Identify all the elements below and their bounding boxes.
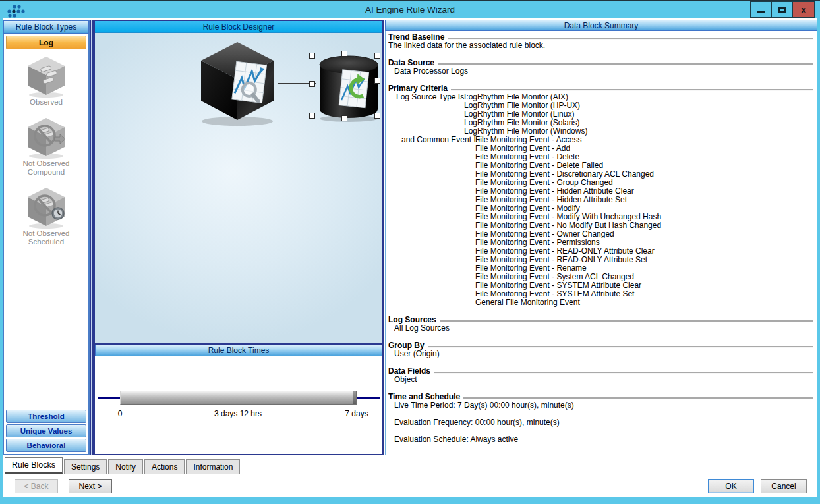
wizard-body: Rule Block Types Log Observed — [3, 18, 817, 497]
section-trend-baseline: Trend Baseline The linked data for the a… — [388, 33, 813, 50]
selection-handle-bottom-left[interactable] — [309, 113, 315, 119]
category-button-behavioral[interactable]: Behavioral — [6, 439, 86, 452]
data-block-summary-panel: Data Block Summary Trend Baseline The li… — [385, 20, 817, 455]
rule-block-times-panel: 0 3 days 12 hrs 7 days — [95, 356, 382, 454]
rule-block-type-label: Not Observed — [23, 159, 70, 168]
section-text: The linked data for the associated rule … — [388, 42, 813, 50]
selection-handle-bottom-right[interactable] — [374, 113, 380, 119]
maximize-button[interactable] — [772, 2, 793, 17]
rule-block-type-label-line2: Compound — [28, 168, 65, 177]
heading-rule — [463, 397, 813, 399]
rule-block-types-header: Rule Block Types — [3, 20, 89, 34]
category-button-unique-values[interactable]: Unique Values — [6, 424, 86, 437]
heading-rule — [448, 38, 813, 39]
ok-button[interactable]: OK — [708, 479, 754, 493]
log-observed-block-cube-icon[interactable] — [197, 41, 278, 126]
log-source-type-criteria: Log Source Type Is : LogRhythm File Moni… — [396, 93, 813, 136]
section-text: Object — [394, 376, 813, 384]
minimize-icon — [757, 11, 765, 13]
heading-rule — [440, 320, 813, 322]
section-text: Data Processor Logs — [394, 67, 813, 76]
rule-block-types-panel: Rule Block Types Log Observed — [3, 20, 90, 455]
evaluation-schedule: Evaluation Schedule: Always active — [394, 435, 813, 444]
not-observed-scheduled-cube-icon — [26, 186, 67, 229]
selection-handle-bottom-center[interactable] — [341, 115, 347, 121]
section-group-by: Group By User (Origin) — [388, 341, 813, 358]
rule-block-type-observed[interactable]: Observed — [4, 55, 88, 107]
next-button[interactable]: Next > — [69, 479, 112, 493]
selection-handle-mid-right[interactable] — [374, 78, 380, 84]
rule-block-designer-canvas[interactable] — [95, 33, 382, 343]
rule-block-type-not-observed-compound[interactable]: Not Observed Compound — [4, 116, 88, 177]
section-text: All Log Sources — [394, 324, 813, 333]
wizard-tab-strip: Rule Blocks Settings Notify Actions Info… — [5, 457, 241, 474]
cancel-button[interactable]: Cancel — [761, 479, 807, 493]
tab-information[interactable]: Information — [186, 459, 240, 474]
selection-handle-mid-left[interactable] — [309, 81, 315, 87]
common-event-value: General File Monitoring Event — [475, 298, 661, 307]
criteria-label: Log Source Type Is : — [396, 93, 464, 101]
selection-handle-top-right[interactable] — [374, 53, 380, 59]
rule-block-designer-header: Rule Block Designer — [95, 21, 382, 33]
minimize-button[interactable] — [751, 2, 772, 17]
heading-rule — [438, 63, 813, 65]
rule-block-type-label: Not Observed — [23, 229, 70, 238]
rule-block-type-label-line2: Scheduled — [28, 238, 64, 246]
selection-handle-top-left[interactable] — [309, 53, 315, 59]
criteria-values: LogRhythm File Monitor (AIX) LogRhythm F… — [464, 93, 587, 136]
section-text: User (Origin) — [394, 350, 813, 358]
common-event-criteria: and Common Event Is : File Monitoring Ev… — [401, 136, 813, 307]
close-button[interactable]: x — [793, 2, 814, 17]
observed-cube-icon — [26, 55, 67, 98]
section-primary-criteria: Primary Criteria Log Source Type Is : Lo… — [388, 84, 813, 307]
data-block-summary-header: Data Block Summary — [385, 20, 817, 31]
time-tick-end: 7 days — [345, 409, 368, 418]
selection-handle-top-center[interactable] — [341, 51, 347, 57]
log-category-button[interactable]: Log — [6, 36, 86, 49]
rule-block-times-header: Rule Block Times — [95, 345, 382, 356]
rule-block-category-buttons: Threshold Unique Values Behavioral — [5, 408, 88, 453]
window-controls: x — [750, 1, 815, 18]
heading-rule — [451, 89, 813, 90]
tab-settings[interactable]: Settings — [64, 459, 107, 474]
criteria-values: File Monitoring Event - Access File Moni… — [475, 136, 661, 307]
tab-notify[interactable]: Notify — [108, 459, 143, 474]
designer-column: Rule Block Designer — [94, 20, 384, 455]
section-data-fields: Data Fields Object — [388, 367, 813, 384]
section-time-and-schedule: Time and Schedule Live Time Period: 7 Da… — [388, 393, 813, 444]
trend-baseline-data-cylinder-icon[interactable] — [318, 54, 380, 123]
maximize-icon — [778, 7, 786, 13]
criteria-label: and Common Event Is : — [401, 136, 475, 144]
section-log-sources: Log Sources All Log Sources — [388, 316, 813, 333]
heading-rule — [428, 346, 813, 347]
tab-rule-blocks[interactable]: Rule Blocks — [5, 457, 63, 474]
data-block-summary-body: Trend Baseline The linked data for the a… — [386, 31, 817, 444]
time-tick-middle: 3 days 12 hrs — [214, 409, 262, 418]
time-range-slider[interactable] — [120, 391, 357, 405]
live-time-period: Live Time Period: 7 Day(s) 00:00 hour(s)… — [394, 401, 813, 410]
category-button-threshold[interactable]: Threshold — [6, 410, 86, 423]
tab-actions[interactable]: Actions — [144, 459, 185, 474]
rule-block-type-not-observed-scheduled[interactable]: Not Observed Scheduled — [4, 186, 88, 246]
window-title: AI Engine Rule Wizard — [0, 5, 820, 14]
section-data-source: Data Source Data Processor Logs — [388, 59, 813, 76]
not-observed-compound-cube-icon — [26, 116, 67, 159]
rule-block-type-label: Observed — [30, 98, 63, 107]
heading-rule — [434, 372, 813, 373]
ai-engine-rule-wizard-window: AI Engine Rule Wizard x Rule Block Types… — [0, 0, 820, 504]
title-bar[interactable]: AI Engine Rule Wizard x — [0, 1, 820, 18]
evaluation-frequency: Evaluation Frequency: 00:00 hour(s), min… — [394, 418, 813, 427]
time-tick-start: 0 — [118, 409, 123, 418]
back-button[interactable]: < Back — [15, 479, 58, 493]
